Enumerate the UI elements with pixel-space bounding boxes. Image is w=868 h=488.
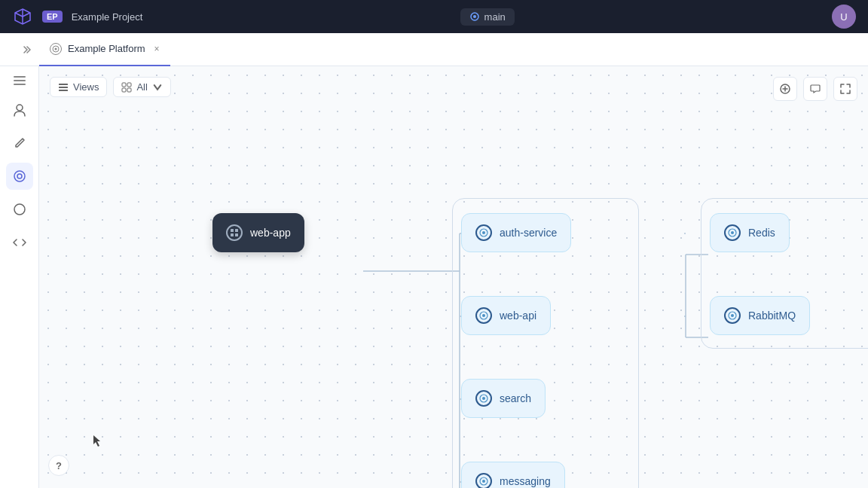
svg-rect-15 xyxy=(127,83,131,87)
user-icon xyxy=(13,103,26,117)
svg-point-10 xyxy=(14,204,25,215)
webapp-icon xyxy=(230,228,239,237)
filter-button[interactable]: All xyxy=(113,77,170,97)
svg-point-44 xyxy=(731,231,734,234)
auth-service-label: auth-service xyxy=(500,227,557,239)
circle-icon xyxy=(13,203,26,216)
svg-rect-12 xyxy=(59,87,68,88)
node-webapp[interactable]: web-app xyxy=(212,213,304,252)
branch-selector[interactable]: main xyxy=(460,8,515,26)
svg-rect-32 xyxy=(235,229,238,232)
redis-label: Redis xyxy=(748,227,775,239)
app-logo-icon xyxy=(12,6,33,27)
service-icon5 xyxy=(728,228,737,237)
views-label: Views xyxy=(73,81,99,93)
svg-point-8 xyxy=(14,171,25,181)
web-api-label: web-api xyxy=(500,310,536,322)
project-name: Example Project xyxy=(72,11,143,23)
cursor-icon xyxy=(93,435,102,447)
add-icon xyxy=(780,84,790,94)
svg-rect-34 xyxy=(235,233,238,236)
svg-point-7 xyxy=(17,105,23,111)
svg-point-42 xyxy=(482,480,485,483)
svg-point-36 xyxy=(482,231,485,234)
edit-icon xyxy=(13,136,26,150)
avatar[interactable]: U xyxy=(832,5,856,29)
service-icon4 xyxy=(479,477,488,486)
fullscreen-button[interactable] xyxy=(833,77,857,101)
help-button[interactable]: ? xyxy=(48,455,69,476)
filter-label: All xyxy=(136,81,147,93)
diagram-canvas[interactable]: Views All xyxy=(39,66,868,488)
sidebar-item-user[interactable] xyxy=(6,96,33,124)
svg-point-1 xyxy=(473,15,476,18)
search-node-icon xyxy=(475,390,492,407)
svg-rect-6 xyxy=(14,84,26,85)
left-sidebar xyxy=(0,66,39,488)
service-icon3 xyxy=(479,394,488,403)
service-icon2 xyxy=(479,311,488,320)
sidebar-item-diagram[interactable] xyxy=(6,163,33,190)
node-redis[interactable]: Redis xyxy=(710,213,790,252)
sidebar-expand-btn[interactable] xyxy=(14,75,26,87)
redis-node-icon xyxy=(724,224,741,241)
node-web-api[interactable]: web-api xyxy=(461,296,551,335)
canvas-toolbar: Views All xyxy=(50,77,171,97)
messaging-node-icon xyxy=(475,473,492,488)
search-label: search xyxy=(500,392,531,404)
code-icon xyxy=(13,236,26,249)
sidebar-item-edit[interactable] xyxy=(6,130,33,157)
webapp-label: web-app xyxy=(250,227,291,239)
node-messaging[interactable]: messaging xyxy=(461,462,565,488)
comment-button[interactable] xyxy=(803,77,827,101)
service-icon6 xyxy=(728,311,737,320)
add-button[interactable] xyxy=(773,77,797,101)
webapi-node-icon xyxy=(475,307,492,324)
navtab-bar: Example Platform × xyxy=(0,33,868,66)
node-search[interactable]: search xyxy=(461,379,546,418)
sidebar-item-circle[interactable] xyxy=(6,196,33,223)
chevron-down-icon xyxy=(152,82,163,93)
svg-rect-5 xyxy=(14,80,26,81)
chevron-right-icon xyxy=(20,44,31,55)
cursor-indicator xyxy=(93,435,99,441)
comment-icon xyxy=(810,84,821,94)
views-icon xyxy=(58,82,69,93)
svg-point-3 xyxy=(55,47,57,50)
svg-point-38 xyxy=(482,314,485,317)
svg-rect-4 xyxy=(14,76,26,78)
svg-point-9 xyxy=(17,174,22,178)
node-rabbitmq[interactable]: RabbitMQ xyxy=(710,296,810,335)
project-badge: EP xyxy=(42,11,63,23)
views-button[interactable]: Views xyxy=(50,77,107,97)
svg-point-40 xyxy=(482,397,485,400)
svg-rect-16 xyxy=(122,88,126,92)
diagram-icon xyxy=(13,169,26,183)
menu-icon xyxy=(14,76,26,85)
svg-rect-17 xyxy=(127,88,131,92)
rabbitmq-label: RabbitMQ xyxy=(748,310,796,322)
hexagon-icon xyxy=(52,45,60,53)
svg-rect-13 xyxy=(59,90,68,91)
platform-tab-icon xyxy=(50,43,62,55)
svg-rect-11 xyxy=(59,84,68,85)
messaging-label: messaging xyxy=(500,475,551,487)
sidebar-collapse-btn[interactable] xyxy=(12,44,39,55)
main-layout: Views All xyxy=(0,66,868,488)
branch-icon xyxy=(469,11,480,22)
sidebar-item-code[interactable] xyxy=(6,229,33,256)
platform-tab[interactable]: Example Platform × xyxy=(39,33,170,66)
webapp-node-icon xyxy=(226,224,243,241)
canvas-actions xyxy=(773,77,857,101)
service-icon xyxy=(479,228,488,237)
svg-rect-33 xyxy=(231,233,234,236)
svg-point-46 xyxy=(731,314,734,317)
svg-rect-31 xyxy=(231,229,234,232)
platform-tab-label: Example Platform xyxy=(68,43,145,54)
auth-node-icon xyxy=(475,224,492,241)
svg-rect-14 xyxy=(122,83,126,87)
rabbitmq-node-icon xyxy=(724,307,741,324)
node-auth-service[interactable]: auth-service xyxy=(461,213,571,252)
topbar: EP Example Project main U xyxy=(0,0,868,33)
tab-close-btn[interactable]: × xyxy=(154,44,160,54)
